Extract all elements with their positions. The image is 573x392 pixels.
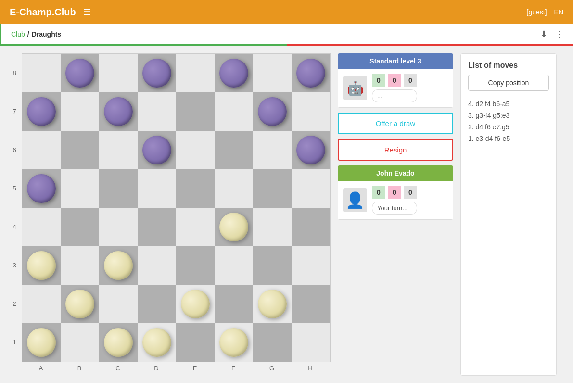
cell-E8[interactable] xyxy=(176,54,215,92)
piece-F4[interactable] xyxy=(219,213,248,241)
piece-F8[interactable] xyxy=(219,59,248,88)
header-left: E-Champ.Club ☰ xyxy=(10,7,91,18)
piece-E2[interactable] xyxy=(181,290,210,318)
cell-G7[interactable] xyxy=(253,92,292,131)
cell-F7[interactable] xyxy=(215,92,253,131)
piece-D8[interactable] xyxy=(142,59,171,88)
cell-D7[interactable] xyxy=(138,92,176,131)
piece-A5[interactable] xyxy=(27,174,56,203)
cell-B7[interactable] xyxy=(61,92,99,131)
cell-B1[interactable] xyxy=(61,323,99,362)
menu-icon[interactable]: ☰ xyxy=(83,7,91,17)
piece-C1[interactable] xyxy=(104,328,133,357)
cell-B3[interactable] xyxy=(61,246,99,285)
cell-H4[interactable] xyxy=(292,208,330,246)
cell-B8[interactable] xyxy=(61,54,99,92)
cell-H8[interactable] xyxy=(292,54,330,92)
cell-D2[interactable] xyxy=(138,285,176,323)
opponent-wins: 0 xyxy=(372,74,385,87)
cell-F4[interactable] xyxy=(215,208,253,246)
cell-H6[interactable] xyxy=(292,131,330,169)
piece-D6[interactable] xyxy=(142,136,171,164)
cell-F1[interactable] xyxy=(215,323,253,362)
piece-D1[interactable] xyxy=(142,328,171,357)
rank-2: 2 xyxy=(10,284,19,323)
opponent-losses: 0 xyxy=(404,74,417,87)
cell-B4[interactable] xyxy=(61,208,99,246)
cell-A8[interactable] xyxy=(22,54,61,92)
cell-C7[interactable] xyxy=(99,92,138,131)
cell-H3[interactable] xyxy=(292,246,330,285)
cell-E2[interactable] xyxy=(176,285,215,323)
piece-A1[interactable] xyxy=(27,328,56,357)
cell-F6[interactable] xyxy=(215,131,253,169)
cell-E5[interactable] xyxy=(176,169,215,208)
cell-G5[interactable] xyxy=(253,169,292,208)
piece-G7[interactable] xyxy=(258,97,287,126)
cell-D3[interactable] xyxy=(138,246,176,285)
cell-A5[interactable] xyxy=(22,169,61,208)
cell-C5[interactable] xyxy=(99,169,138,208)
info-icon[interactable]: ⋮ xyxy=(555,29,563,39)
cell-A1[interactable] xyxy=(22,323,61,362)
cell-G8[interactable] xyxy=(253,54,292,92)
cell-A6[interactable] xyxy=(22,131,61,169)
cell-A4[interactable] xyxy=(22,208,61,246)
cell-G4[interactable] xyxy=(253,208,292,246)
cell-G6[interactable] xyxy=(253,131,292,169)
piece-G2[interactable] xyxy=(258,290,287,318)
piece-C7[interactable] xyxy=(104,97,133,126)
cell-F2[interactable] xyxy=(215,285,253,323)
cell-C8[interactable] xyxy=(99,54,138,92)
cell-C4[interactable] xyxy=(99,208,138,246)
cell-F5[interactable] xyxy=(215,169,253,208)
cell-A3[interactable] xyxy=(22,246,61,285)
cell-B2[interactable] xyxy=(61,285,99,323)
cell-E1[interactable] xyxy=(176,323,215,362)
copy-position-button[interactable]: Copy position xyxy=(468,75,549,91)
cell-C3[interactable] xyxy=(99,246,138,285)
cell-G2[interactable] xyxy=(253,285,292,323)
piece-F1[interactable] xyxy=(219,328,248,357)
rank-7: 7 xyxy=(10,92,19,130)
piece-H8[interactable] xyxy=(296,59,325,88)
piece-A7[interactable] xyxy=(27,97,56,126)
checkerboard[interactable] xyxy=(22,53,331,362)
cell-D6[interactable] xyxy=(138,131,176,169)
cell-G3[interactable] xyxy=(253,246,292,285)
piece-A3[interactable] xyxy=(27,251,56,280)
cell-D4[interactable] xyxy=(138,208,176,246)
piece-B8[interactable] xyxy=(65,59,94,88)
cell-D1[interactable] xyxy=(138,323,176,362)
cell-E6[interactable] xyxy=(176,131,215,169)
cell-B5[interactable] xyxy=(61,169,99,208)
offer-draw-button[interactable]: Offer a draw xyxy=(338,113,453,134)
cell-E3[interactable] xyxy=(176,246,215,285)
resign-button[interactable]: Resign xyxy=(338,139,453,161)
breadcrumb-club-link[interactable]: Club xyxy=(11,30,25,38)
cell-A7[interactable] xyxy=(22,92,61,131)
cell-H7[interactable] xyxy=(292,92,330,131)
file-d: D xyxy=(137,362,176,372)
cell-C6[interactable] xyxy=(99,131,138,169)
cell-C2[interactable] xyxy=(99,285,138,323)
cell-A2[interactable] xyxy=(22,285,61,323)
cell-G1[interactable] xyxy=(253,323,292,362)
piece-C3[interactable] xyxy=(104,251,133,280)
cell-F3[interactable] xyxy=(215,246,253,285)
cell-B6[interactable] xyxy=(61,131,99,169)
piece-B2[interactable] xyxy=(65,290,94,318)
download-icon[interactable]: ⬇ xyxy=(540,29,548,39)
cell-E4[interactable] xyxy=(176,208,215,246)
piece-H6[interactable] xyxy=(296,136,325,164)
cell-H2[interactable] xyxy=(292,285,330,323)
cell-D8[interactable] xyxy=(138,54,176,92)
cell-H5[interactable] xyxy=(292,169,330,208)
cell-H1[interactable] xyxy=(292,323,330,362)
cell-C1[interactable] xyxy=(99,323,138,362)
cell-D5[interactable] xyxy=(138,169,176,208)
cell-F8[interactable] xyxy=(215,54,253,92)
breadcrumb-separator: / xyxy=(27,30,29,38)
robot-icon: 🤖 xyxy=(347,80,364,96)
cell-E7[interactable] xyxy=(176,92,215,131)
